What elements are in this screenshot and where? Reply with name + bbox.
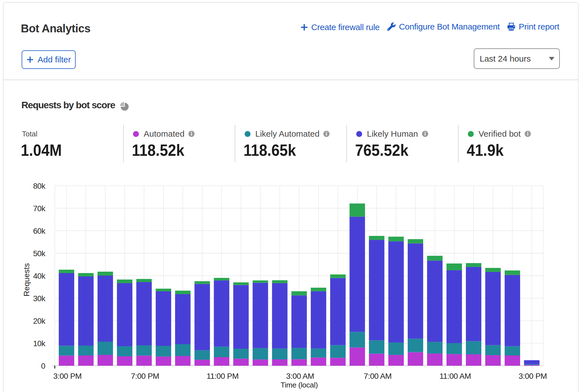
svg-text:3:00 AM: 3:00 AM (286, 372, 314, 380)
svg-text:3:00 PM: 3:00 PM (53, 372, 82, 380)
svg-text:80k: 80k (33, 182, 46, 190)
svg-text:20k: 20k (33, 317, 46, 325)
svg-text:7:00 AM: 7:00 AM (364, 372, 392, 380)
svg-text:50k: 50k (33, 249, 46, 258)
svg-text:3:00 PM: 3:00 PM (518, 372, 547, 380)
svg-text:7:00 PM: 7:00 PM (131, 372, 159, 380)
svg-text:40k: 40k (33, 272, 46, 280)
svg-text:0: 0 (41, 362, 45, 370)
svg-text:11:00 PM: 11:00 PM (207, 372, 239, 380)
svg-text:70k: 70k (33, 204, 46, 213)
svg-text:30k: 30k (33, 294, 46, 303)
svg-text:11:00 AM: 11:00 AM (439, 372, 471, 380)
svg-text:60k: 60k (33, 227, 46, 235)
svg-text:Time (local): Time (local) (281, 381, 318, 389)
svg-text:Requests: Requests (22, 263, 31, 296)
svg-text:10k: 10k (33, 339, 46, 348)
